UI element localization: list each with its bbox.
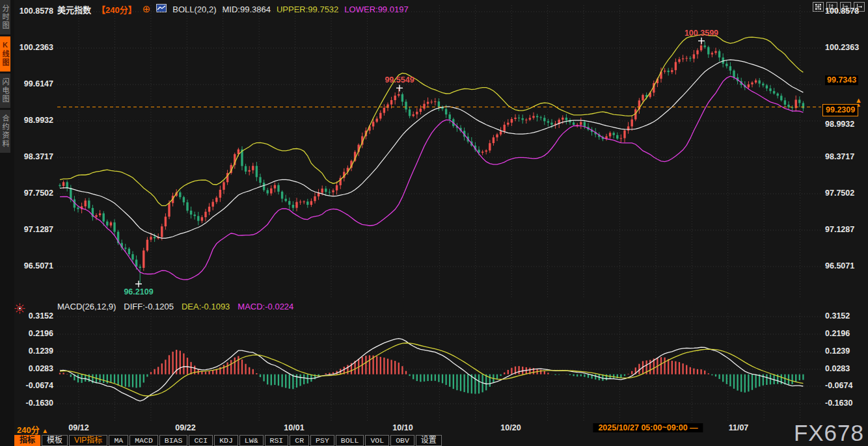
sidebar-item-0[interactable]: 分时图 xyxy=(0,0,10,34)
macd-axis-label: 0.0283 xyxy=(825,364,850,374)
time-axis: 09/1209/2210/0110/1010/202025/10/27 05:0… xyxy=(0,423,868,434)
macd-dea-value: DEA:-0.1093 xyxy=(182,302,230,311)
tab-模板[interactable]: 模板 xyxy=(42,435,68,446)
sidebar-item-1[interactable]: K线图 xyxy=(0,36,10,72)
svg-text:96.2109: 96.2109 xyxy=(124,287,153,296)
macd-axis-label: -0.1630 xyxy=(26,399,53,408)
macd-axis-label: 0.1239 xyxy=(29,347,53,356)
tab-VIP指标[interactable]: VIP指标 xyxy=(69,435,107,446)
chart-application-window: 分时图K线图闪电图合约资料 美元指数 【240分】 ⊕ BOLL(20,2) M… xyxy=(0,0,868,446)
last-price-box: 99.2309 xyxy=(822,104,858,116)
tab-BIAS[interactable]: BIAS xyxy=(159,435,188,446)
date-label: 09/22 xyxy=(175,423,195,432)
macd-axis-label: 0.2196 xyxy=(825,329,850,339)
svg-text:100.3599: 100.3599 xyxy=(685,29,718,38)
tab-LW&[interactable]: LW& xyxy=(239,435,264,446)
date-label: 10/01 xyxy=(284,423,304,432)
indicator-tab-bar: 指标模板VIP指标MAMACDBIASCCIKDJLW&RSICRPSYBOLL… xyxy=(14,435,443,446)
macd-axis-label: -0.1630 xyxy=(825,399,852,408)
tab-指标[interactable]: 指标 xyxy=(14,435,40,446)
macd-params-label: MACD(26,12,9) xyxy=(57,302,116,311)
tab-VOL[interactable]: VOL xyxy=(365,435,389,446)
macd-axis-left: 0.31520.21960.12390.0283-0.0674-0.1630 xyxy=(13,0,55,429)
current-date-range-label: 2025/10/27 05:00~09:00 — xyxy=(593,423,703,432)
sidebar-item-2[interactable]: 闪电图 xyxy=(0,73,10,108)
watermark: FX678 xyxy=(794,420,864,446)
macd-axis-right: 0.31520.21960.12390.0283-0.0674-0.1630 xyxy=(824,0,867,429)
macd-axis-label: 0.0283 xyxy=(29,364,53,374)
tab-MA[interactable]: MA xyxy=(109,435,128,446)
tab-CR[interactable]: CR xyxy=(290,435,309,446)
macd-axis-label: 0.3152 xyxy=(29,311,53,321)
last-price-arrow-icon: ▲▲ xyxy=(855,98,862,107)
tab-RSI[interactable]: RSI xyxy=(265,435,289,446)
tab-设置[interactable]: 设置 xyxy=(416,435,442,446)
left-sidebar: 分时图K线图闪电图合约资料 xyxy=(0,0,14,446)
tab-BOLL[interactable]: BOLL xyxy=(336,435,364,446)
date-label: 11/07 xyxy=(729,423,749,432)
sidebar-item-3[interactable]: 合约资料 xyxy=(0,110,10,153)
macd-macd-value: MACD:-0.0224 xyxy=(237,302,293,311)
macd-axis-label: 0.2196 xyxy=(29,329,53,339)
tab-KDJ[interactable]: KDJ xyxy=(214,435,238,446)
tab-CCI[interactable]: CCI xyxy=(189,435,213,446)
macd-axis-label: 0.1239 xyxy=(825,347,850,356)
svg-text:99.5549: 99.5549 xyxy=(385,75,414,85)
price-chart-canvas[interactable]: 99.5549100.359996.2109 xyxy=(57,5,821,299)
macd-axis-label: 0.3152 xyxy=(825,311,850,321)
tab-PSY[interactable]: PSY xyxy=(310,435,334,446)
date-label: 10/10 xyxy=(392,423,413,432)
tab-OBV[interactable]: OBV xyxy=(390,435,414,446)
date-label: 09/12 xyxy=(68,423,88,432)
macd-header: MACD(26,12,9) DIFF:-0.1205 DEA:-0.1093 M… xyxy=(57,302,293,311)
tab-MACD[interactable]: MACD xyxy=(129,435,158,446)
date-label: 10/20 xyxy=(500,423,521,432)
macd-axis-label: -0.0674 xyxy=(825,381,852,391)
macd-axis-label: -0.0674 xyxy=(26,381,53,391)
macd-chart-canvas[interactable] xyxy=(57,313,821,421)
macd-diff-value: DIFF:-0.1205 xyxy=(124,302,174,311)
